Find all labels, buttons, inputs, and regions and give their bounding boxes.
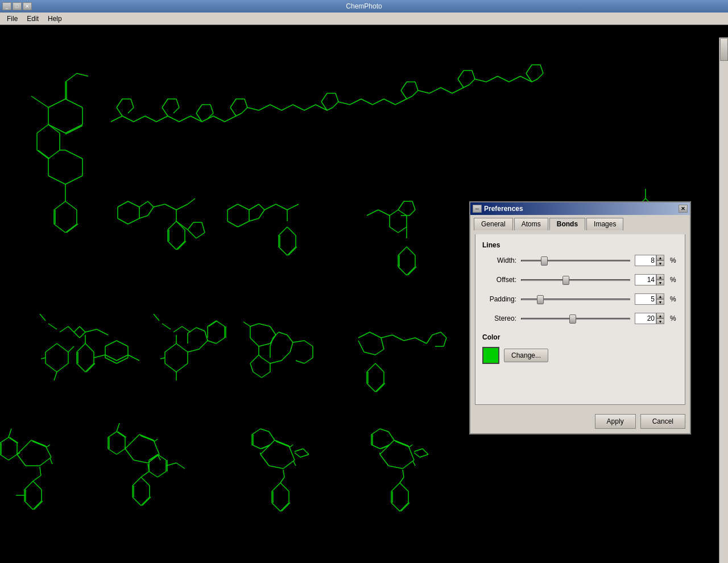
offset-slider-container[interactable] [521,275,630,284]
svg-text:O: O [296,463,300,469]
change-color-button[interactable]: Change... [504,349,548,362]
svg-text:F: F [156,367,160,373]
svg-text:O: O [412,438,416,444]
svg-line-292 [176,363,188,372]
width-increment-button[interactable]: ▲ [656,255,664,260]
offset-decrement-button[interactable]: ▼ [656,280,664,285]
offset-label: Offset: [482,276,516,284]
vertical-scrollbar[interactable] [719,38,728,563]
offset-increment-button[interactable]: ▲ [656,274,664,280]
svg-line-370 [444,338,446,346]
svg-line-429 [155,439,158,441]
svg-line-326 [250,324,259,326]
svg-line-206 [367,210,378,216]
svg-line-526 [414,453,420,457]
svg-text:N: N [202,316,206,322]
svg-line-270 [94,355,105,358]
padding-spinner-buttons: ▲ ▼ [656,293,664,305]
svg-line-390 [17,440,31,454]
svg-line-253 [68,346,74,352]
svg-text:O: O [52,461,56,467]
svg-line-475 [276,441,290,447]
svg-line-382 [377,383,385,392]
maximize-button[interactable]: □ [13,2,22,10]
svg-line-67 [173,107,179,113]
svg-text:OH: OH [384,356,392,362]
svg-text:F: F [65,373,69,379]
svg-line-133 [540,65,543,73]
tab-bonds[interactable]: Bonds [549,218,585,230]
menu-help[interactable]: Help [43,14,67,24]
svg-line-3 [48,99,65,107]
stereo-slider-thumb[interactable] [569,314,576,324]
width-label: Width: [482,256,516,264]
svg-line-518 [410,445,412,447]
svg-line-463 [150,454,159,460]
svg-line-350 [304,341,313,346]
svg-text:NH: NH [11,448,19,454]
svg-line-265 [85,343,94,352]
padding-input[interactable] [635,293,656,305]
svg-line-246 [57,363,68,372]
svg-line-183 [238,221,249,227]
dialog-minimize-button[interactable]: ─ [473,205,482,213]
svg-line-262 [77,363,85,372]
offset-input[interactable] [635,274,656,285]
padding-slider-container[interactable] [521,295,630,304]
svg-line-40 [122,116,134,122]
tab-atoms[interactable]: Atoms [514,218,548,230]
apply-button[interactable]: Apply [595,414,636,429]
svg-line-402 [9,437,17,443]
svg-line-321 [250,338,259,346]
stereo-input[interactable] [635,313,656,324]
tab-images[interactable]: Images [586,218,623,230]
svg-line-332 [253,372,262,378]
svg-text:HO: HO [273,347,281,353]
offset-slider-thumb[interactable] [562,276,569,285]
width-slider-thumb[interactable] [541,256,548,266]
svg-line-176 [196,233,205,238]
svg-line-18 [48,125,60,133]
svg-line-187 [259,204,264,210]
svg-text:O: O [415,463,419,469]
cancel-button[interactable]: Cancel [640,414,685,429]
svg-text:OH: OH [40,507,48,512]
padding-decrement-button[interactable]: ▼ [656,299,664,305]
dialog-close-button[interactable]: ✕ [679,205,688,213]
stereo-decrement-button[interactable]: ▼ [656,318,664,324]
svg-line-449 [141,497,150,506]
menu-edit[interactable]: Edit [22,14,43,24]
stereo-slider-container[interactable] [521,314,630,323]
svg-line-108 [415,82,418,90]
svg-line-324 [270,326,276,335]
svg-line-445 [141,471,149,477]
scrollbar-thumb[interactable] [720,38,728,61]
preferences-dialog: ─ Preferences ✕ General Atoms Bonds Imag… [469,201,691,434]
svg-line-197 [279,227,287,235]
svg-line-516 [395,441,410,447]
svg-line-76 [245,99,247,107]
width-decrement-button[interactable]: ▼ [656,260,664,266]
stereo-spinner-buttons: ▲ ▼ [656,313,664,324]
svg-line-333 [262,372,270,378]
menu-file[interactable]: File [2,14,22,24]
svg-line-160 [165,204,176,210]
svg-line-119 [472,71,475,79]
svg-line-192 [276,204,287,210]
svg-line-170 [176,241,185,250]
svg-line-20 [65,126,82,134]
svg-line-528 [380,429,388,432]
svg-line-387 [40,457,51,466]
stereo-increment-button[interactable]: ▲ [656,313,664,318]
width-slider-container[interactable] [521,256,630,265]
width-input[interactable] [635,255,656,266]
svg-line-180 [228,204,238,210]
svg-text:O: O [165,106,169,111]
color-swatch[interactable] [482,347,499,364]
padding-slider-thumb[interactable] [537,295,544,304]
title-bar-controls: _ □ ✕ [2,2,32,10]
minimize-button[interactable]: _ [2,2,11,10]
padding-increment-button[interactable]: ▲ [656,293,664,299]
tab-general[interactable]: General [474,218,513,230]
close-button[interactable]: ✕ [23,2,32,10]
